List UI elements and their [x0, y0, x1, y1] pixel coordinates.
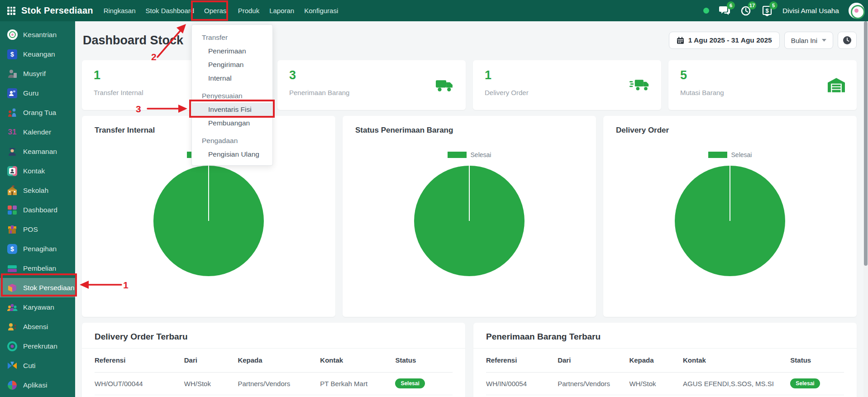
chevron-down-icon	[822, 39, 826, 42]
stat-value: 5	[680, 69, 845, 81]
attendance-icon	[7, 321, 18, 332]
sidebar-item-guru[interactable]: Guru	[0, 83, 75, 103]
dashboard-tiles-icon	[7, 205, 18, 215]
page-title: Dashboard Stock	[83, 33, 183, 48]
pie-chart-delivery-order[interactable]	[675, 166, 785, 276]
date-range-button[interactable]: 1 Agu 2025 - 31 Agu 2025	[669, 32, 780, 49]
sidebar-item-kontak[interactable]: Kontak	[0, 161, 75, 181]
finance-dollar-icon: $	[7, 49, 18, 60]
sidebar-item-musyrif[interactable]: Musyrif	[0, 64, 75, 83]
dropdown-item-internal[interactable]: Internal	[192, 72, 272, 85]
cell-dari: WH/Stok	[184, 372, 238, 395]
sidebar-item-stok-persediaan[interactable]: Stok Persediaan	[0, 278, 75, 297]
nav-item-operasi[interactable]: Operasi	[199, 0, 233, 21]
navbar-right: 6 17 $ 5 Divisi Amal Usaha	[703, 3, 868, 19]
dropdown-item-penerimaan[interactable]: Penerimaan	[192, 44, 272, 58]
col-dari: Dari	[558, 349, 629, 372]
dropdown-section-penyesuaian: Penyesuaian	[192, 89, 272, 103]
cell-kepada: Partners/Vendors	[238, 372, 320, 395]
stat-value: 1	[485, 69, 649, 81]
col-status: Status	[395, 349, 453, 372]
sidebar-item-perekrutan[interactable]: Perekrutan	[0, 336, 75, 356]
stat-card-delivery-order[interactable]: 1 Delivery Order	[473, 60, 661, 110]
legend-swatch-selesai	[448, 152, 467, 158]
sidebar-item-aplikasi[interactable]: Aplikasi	[0, 375, 75, 395]
nav-item-stok-dashboard[interactable]: Stok Dashboard	[141, 0, 200, 21]
penerimaan-barang-table: Referensi Dari Kepada Kontak Status WH/I…	[486, 349, 844, 395]
cell-kepada: WH/Stok	[629, 372, 683, 395]
period-select[interactable]: Bulan Ini	[784, 32, 833, 49]
messages-button[interactable]: 6	[719, 5, 730, 17]
sidebar-item-kesantrian[interactable]: Kesantrian	[0, 25, 75, 44]
page-scrollbar[interactable]	[863, 21, 868, 397]
sidebar-item-cuti[interactable]: Cuti	[0, 356, 75, 375]
apps-pie-icon	[7, 380, 18, 391]
division-label[interactable]: Divisi Amal Usaha	[782, 7, 839, 15]
table-row[interactable]: WH/OUT/00044 WH/Stok Partners/Vendors PT…	[95, 372, 453, 395]
sidebar-item-keamanan[interactable]: Keamanan	[0, 142, 75, 161]
sidebar-item-sekolah[interactable]: Sekolah	[0, 181, 75, 200]
nav-item-produk[interactable]: Produk	[233, 0, 265, 21]
date-range-label: 1 Agu 2025 - 31 Agu 2025	[688, 36, 772, 44]
sidebar-item-pos[interactable]: POS	[0, 220, 75, 239]
time-button[interactable]	[838, 32, 857, 49]
nav-item-konfigurasi[interactable]: Konfigurasi	[299, 0, 343, 21]
dropdown-item-pembuangan[interactable]: Pembuangan	[192, 116, 272, 130]
dropdown-item-pengiriman[interactable]: Pengiriman	[192, 58, 272, 72]
col-referensi: Referensi	[95, 349, 184, 372]
pie-chart-status-penerimaan[interactable]	[414, 166, 525, 276]
warehouse-icon	[828, 78, 845, 92]
history-button[interactable]: 17	[740, 5, 752, 17]
sidebar-item-penagihan[interactable]: $ Penagihan	[0, 239, 75, 258]
nav-item-ringkasan[interactable]: Ringkasan	[99, 0, 141, 21]
dropdown-item-pengisian-ulang[interactable]: Pengisian Ulang	[192, 148, 272, 161]
cell-status: Selesai	[395, 372, 453, 395]
truck-fast-icon	[630, 78, 649, 92]
table-title: Penerimaan Barang Terbaru	[473, 323, 857, 349]
calendar-icon	[677, 37, 684, 44]
app-brand[interactable]: Stok Persediaan	[21, 5, 93, 16]
app-sidebar: Kesantrian $ Keuangan Musyrif Guru Orang…	[0, 21, 75, 397]
sidebar-item-partial[interactable]	[0, 395, 75, 397]
sidebar-item-keuangan[interactable]: $ Keuangan	[0, 44, 75, 64]
dropdown-section-transfer: Transfer	[192, 31, 272, 44]
user-avatar[interactable]	[849, 3, 864, 19]
sidebar-item-dashboard[interactable]: Dashboard	[0, 200, 75, 220]
sidebar-item-absensi[interactable]: Absensi	[0, 317, 75, 336]
table-row[interactable]: WH/IN/00054 Partners/Vendors WH/Stok AGU…	[486, 372, 844, 395]
delivery-order-table: Referensi Dari Kepada Kontak Status WH/O…	[95, 349, 453, 395]
finance-button[interactable]: $ 5	[761, 5, 773, 17]
period-label: Bulan Ini	[791, 37, 817, 44]
sidebar-item-orang-tua[interactable]: Orang Tua	[0, 103, 75, 122]
calendar-31-icon: 31	[7, 127, 18, 138]
col-dari: Dari	[184, 349, 238, 372]
pie-chart-transfer-internal[interactable]	[153, 166, 264, 276]
table-card-penerimaan-barang-terbaru: Penerimaan Barang Terbaru Referensi Dari…	[473, 323, 857, 397]
table-title: Delivery Order Terbaru	[82, 323, 465, 349]
status-badge: Selesai	[790, 378, 820, 388]
nav-item-laporan[interactable]: Laporan	[264, 0, 299, 21]
sidebar-item-pembelian[interactable]: Pembelian	[0, 258, 75, 278]
chart-legend[interactable]: Selesai	[603, 151, 857, 158]
cell-referensi: WH/OUT/00044	[95, 372, 184, 395]
chart-card-status-penerimaan: Status Penerimaan Barang Selesai	[343, 116, 596, 317]
contact-card-icon	[7, 166, 18, 177]
cell-kontak: PT Berkah Mart	[320, 372, 395, 395]
chart-legend[interactable]: Selesai	[343, 151, 596, 158]
apps-grid-icon[interactable]	[7, 7, 15, 15]
table-card-delivery-order-terbaru: Delivery Order Terbaru Referensi Dari Ke…	[82, 323, 465, 397]
sidebar-item-kalender[interactable]: 31 Kalender	[0, 122, 75, 142]
sidebar-item-karyawan[interactable]: Karyawan	[0, 297, 75, 317]
dropdown-item-inventaris-fisi[interactable]: Inventaris Fisi	[192, 103, 272, 116]
inventory-box-icon	[7, 282, 18, 293]
stat-card-mutasi-barang[interactable]: 5 Mutasi Barang	[668, 60, 857, 110]
operasi-dropdown-menu: Transfer Penerimaan Pengiriman Internal …	[191, 24, 273, 166]
cell-status: Selesai	[790, 372, 844, 395]
recruitment-icon	[7, 341, 18, 352]
employees-group-icon	[7, 302, 18, 313]
stat-card-penerimaan-barang[interactable]: 3 Penerimaan Barang	[277, 60, 466, 110]
col-referensi: Referensi	[486, 349, 558, 372]
storefront-icon	[7, 224, 18, 235]
legend-swatch-selesai	[708, 152, 727, 158]
scrollbar-thumb[interactable]	[864, 21, 868, 266]
